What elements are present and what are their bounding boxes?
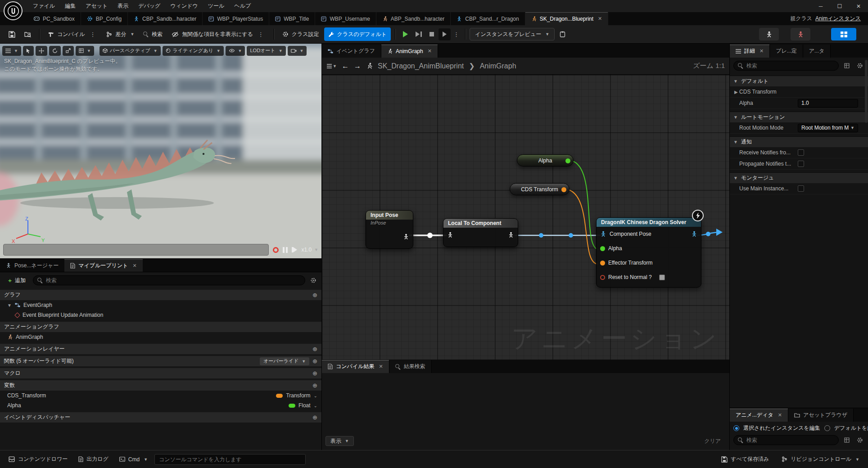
alpha-value-input[interactable]: 1.0: [798, 99, 858, 108]
hide-unrelated-button[interactable]: 無関係な項目を非表示にする ⋮: [167, 27, 269, 41]
rotate-tool-button[interactable]: [49, 46, 61, 56]
add-function-button[interactable]: ⊕: [312, 358, 317, 364]
section-functions[interactable]: 関数 (5 オーバーライド可能) オーバーライド▼ ⊕: [0, 356, 321, 366]
propagate-notifies-checkbox[interactable]: [798, 161, 804, 167]
caret-down-icon[interactable]: ▼: [7, 303, 12, 308]
reset-to-normal-checkbox[interactable]: [659, 274, 665, 280]
search-input[interactable]: [46, 277, 301, 284]
local-to-component-node[interactable]: Local To Component: [443, 218, 518, 247]
asset-tab-bp-config[interactable]: BP_Config: [81, 12, 128, 25]
details-settings-gear-icon[interactable]: [855, 61, 865, 71]
console-command-input-box[interactable]: [154, 454, 306, 465]
preview-settings-gear-icon[interactable]: [855, 435, 865, 445]
section-event-dispatchers[interactable]: イベントディスパッチャー⊕: [0, 412, 321, 423]
screenshot-button[interactable]: ▼: [288, 46, 307, 56]
tab-asset-details[interactable]: ア...タ: [803, 45, 831, 58]
close-icon[interactable]: ✕: [760, 48, 764, 54]
details-scrollbar[interactable]: [865, 60, 868, 123]
input-pose-node[interactable]: Input Pose InPose: [366, 210, 413, 249]
output-log-button[interactable]: 出力ログ: [74, 453, 113, 466]
section-animation-layers[interactable]: アニメーションレイヤー⊕: [0, 344, 321, 354]
asset-tab-wbp-username[interactable]: WBP_Username: [315, 12, 376, 25]
asset-tab-pc-sandbox[interactable]: PC_Sandbox: [28, 12, 81, 25]
add-variable-button[interactable]: ⊕: [312, 382, 317, 389]
add-button[interactable]: ＋追加: [3, 275, 30, 285]
breadcrumb-root[interactable]: SK_Dragon_AnimBlueprint: [378, 62, 464, 70]
close-icon[interactable]: ✕: [598, 16, 602, 22]
compile-options-kebab[interactable]: ⋮: [88, 31, 97, 38]
stop-button[interactable]: [425, 28, 438, 40]
tab-details[interactable]: 詳細 ✕: [730, 45, 770, 58]
browse-button[interactable]: [20, 27, 35, 41]
tab-compile-results[interactable]: コンパイル結果 ✕: [322, 360, 389, 373]
search-input[interactable]: [746, 437, 834, 443]
receive-notifies-checkbox[interactable]: [798, 149, 804, 156]
property-row-use-main-instance[interactable]: Use Main Instance...: [730, 183, 868, 194]
asset-tab-sk-dragon-blueprint[interactable]: SK_Dragon...Blueprint ✕: [525, 12, 609, 25]
lod-dropdown[interactable]: LODオート▼: [247, 46, 285, 56]
console-command-input[interactable]: [159, 456, 301, 463]
variable-row-cds-transform[interactable]: CDS_Transform Transform ⌄: [0, 391, 321, 400]
playback-options-kebab[interactable]: ⋮: [452, 31, 461, 38]
section-root-motion[interactable]: ▼ルートモーション: [730, 112, 868, 122]
record-button[interactable]: [273, 247, 279, 253]
graph-canvas[interactable]: Alpha CDS Transform Input Pose InPose Lo…: [322, 75, 730, 360]
tab-event-graph[interactable]: イベントグラフ: [322, 45, 381, 58]
nav-back-button[interactable]: ←: [342, 62, 349, 70]
preview-search[interactable]: [733, 435, 839, 445]
asset-tab-wbp-playerstatus[interactable]: WBP_PlayerStatus: [203, 12, 269, 25]
timeline-scrubber[interactable]: [3, 244, 269, 256]
menu-window[interactable]: ウィンドウ: [165, 0, 203, 12]
playback-speed-dropdown[interactable]: x1.0▼: [301, 247, 318, 253]
close-icon[interactable]: ✕: [428, 48, 432, 54]
pose-input-pin[interactable]: [447, 232, 453, 238]
display-filter-grid-icon[interactable]: [842, 435, 852, 445]
section-variables[interactable]: 変数⊕: [0, 380, 321, 391]
my-blueprint-search[interactable]: [33, 275, 305, 285]
show-filter-dropdown[interactable]: 表示▼: [326, 436, 354, 446]
layout-button[interactable]: [831, 28, 856, 40]
root-motion-mode-dropdown[interactable]: Root Motion from M▼: [798, 124, 858, 132]
nav-forward-button[interactable]: →: [354, 62, 361, 70]
cmd-dropdown[interactable]: Cmd ▼: [115, 453, 152, 466]
tab-asset-browser[interactable]: アセットブラウザ: [788, 409, 854, 422]
parent-class-link[interactable]: Animインスタンス: [815, 15, 861, 22]
add-graph-button[interactable]: ⊕: [312, 292, 317, 298]
maximize-button[interactable]: ☐: [830, 0, 849, 12]
cds-transform-getter-node[interactable]: CDS Transform: [510, 183, 570, 195]
component-pose-input-pin[interactable]: [600, 231, 606, 237]
caret-right-icon[interactable]: ▶: [734, 90, 738, 94]
pose-output-pin[interactable]: [403, 234, 409, 240]
asset-tab-cbp-dragon[interactable]: CBP_Sand...r_Dragon: [451, 12, 525, 25]
viewport-menu-button[interactable]: ▼: [2, 46, 21, 56]
content-drawer-button[interactable]: コンテンツドロワー: [5, 453, 72, 466]
menu-tools[interactable]: ツール: [203, 0, 230, 12]
section-macros[interactable]: マクロ⊕: [0, 368, 321, 378]
bookmark-dropdown[interactable]: ▼: [327, 61, 337, 71]
minimize-button[interactable]: ─: [811, 0, 830, 12]
section-notifications[interactable]: ▼通知: [730, 136, 868, 147]
revision-control-button[interactable]: リビジョンコントロール ▼: [778, 453, 863, 466]
tab-find-results[interactable]: 結果検索: [389, 360, 432, 373]
transform-output-pin[interactable]: [561, 187, 566, 192]
compile-button[interactable]: コンパイル ⋮: [44, 27, 101, 41]
breadcrumb-current[interactable]: AnimGraph: [480, 62, 516, 70]
unreal-logo[interactable]: [4, 1, 23, 20]
alpha-getter-node[interactable]: Alpha: [517, 154, 574, 166]
save-button[interactable]: [5, 27, 19, 41]
close-icon[interactable]: ✕: [132, 263, 136, 269]
item-event-update-animation[interactable]: Event Blueprint Update Animation: [0, 310, 321, 320]
property-row-root-motion-mode[interactable]: Root Motion Mode Root Motion from M▼: [730, 122, 868, 134]
panel-settings-gear-icon[interactable]: [308, 275, 318, 285]
reset-to-normal-input-pin[interactable]: [600, 275, 605, 280]
snap-button[interactable]: ▼: [76, 46, 94, 56]
hide-unrelated-kebab[interactable]: ⋮: [256, 31, 266, 38]
pose-output-pin[interactable]: [508, 232, 514, 238]
add-layer-button[interactable]: ⊕: [312, 346, 317, 352]
menu-debug[interactable]: デバッグ: [133, 0, 165, 12]
tab-anim-preview-editor[interactable]: アニメ...ディタ ✕: [730, 409, 788, 422]
mannequin-button-2[interactable]: [791, 28, 810, 40]
component-pose-output-pin[interactable]: [691, 231, 697, 237]
add-macro-button[interactable]: ⊕: [312, 370, 317, 377]
item-eventgraph[interactable]: ▼ EventGraph: [0, 300, 321, 310]
